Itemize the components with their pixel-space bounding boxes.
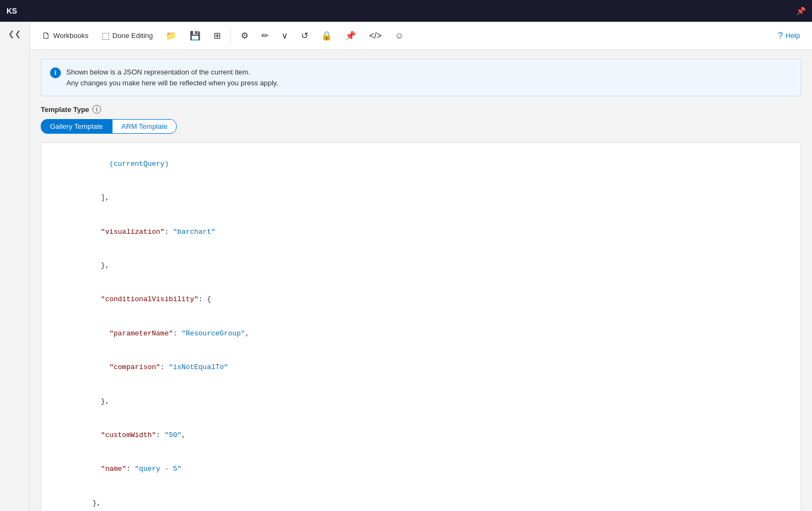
edit-button[interactable]: ✏: [256, 27, 274, 44]
template-tabs: Gallery Template ARM Template: [41, 119, 801, 134]
grid-icon: ⊞: [214, 30, 221, 41]
info-icon: i: [50, 67, 61, 78]
folder-icon: 📁: [166, 30, 177, 41]
info-text: Shown below is a JSON representation of …: [66, 67, 278, 88]
emoji-icon: ☺: [395, 31, 403, 41]
code-button[interactable]: </>: [364, 28, 387, 44]
code-line-2: ],: [50, 181, 792, 215]
shield-button[interactable]: 🔒: [316, 27, 338, 44]
template-type-info-icon[interactable]: i: [92, 105, 101, 114]
code-line-7: "comparison": "isNotEqualTo": [50, 351, 792, 384]
shield-icon: 🔒: [321, 30, 332, 41]
code-content[interactable]: (currentQuery) ], "visualization": "barc…: [41, 143, 801, 511]
code-line-3: "visualization": "barchart": [50, 215, 792, 249]
top-bar: KS 📌: [0, 0, 812, 22]
json-editor[interactable]: (currentQuery) ], "visualization": "barc…: [41, 142, 801, 511]
code-line-4: },: [50, 249, 792, 283]
code-line-6: "parameterName": "ResourceGroup",: [50, 317, 792, 351]
info-line2: Any changes you make here will be reflec…: [66, 78, 278, 89]
emoji-button[interactable]: ☺: [389, 28, 409, 44]
workbooks-label: Workbooks: [53, 32, 89, 40]
settings-icon: ⚙: [241, 30, 248, 41]
toolbar: 🗋 Workbooks ⬚ Done Editing 📁 💾 ⊞ ⚙ ✏ ∨ ↺: [30, 22, 812, 50]
help-button[interactable]: ? Help: [772, 28, 805, 44]
app-logo: KS: [7, 7, 17, 15]
collapse-button[interactable]: ❮❮: [5, 26, 24, 41]
info-line1: Shown below is a JSON representation of …: [66, 67, 278, 78]
pin-icon[interactable]: 📌: [796, 7, 805, 15]
done-editing-button[interactable]: ⬚ Done Editing: [96, 27, 158, 44]
save-icon: 💾: [190, 30, 201, 41]
gallery-template-tab[interactable]: Gallery Template: [41, 119, 112, 134]
done-editing-icon: ⬚: [102, 30, 110, 41]
code-line-8: },: [50, 385, 792, 419]
done-editing-label: Done Editing: [113, 32, 153, 40]
workbooks-button[interactable]: 🗋 Workbooks: [36, 28, 94, 44]
refresh-icon: ↺: [301, 30, 308, 41]
info-banner: i Shown below is a JSON representation o…: [41, 59, 801, 96]
editor-line-area: (currentQuery) ], "visualization": "barc…: [41, 143, 801, 511]
pin-icon: 📌: [345, 30, 356, 41]
left-panel: ❮❮: [0, 22, 30, 511]
settings-button[interactable]: ⚙: [235, 27, 254, 44]
refresh-button[interactable]: ↺: [296, 27, 314, 44]
code-icon: </>: [369, 31, 382, 41]
chevron-button[interactable]: ∨: [276, 27, 293, 44]
main-content: 🗋 Workbooks ⬚ Done Editing 📁 💾 ⊞ ⚙ ✏ ∨ ↺: [30, 22, 812, 511]
code-line-10: "name": "query - 5": [50, 453, 792, 487]
code-line-9: "customWidth": "50",: [50, 419, 792, 452]
toolbar-divider-1: [230, 28, 231, 43]
arm-template-tab[interactable]: ARM Template: [112, 119, 177, 134]
code-line-11: },: [50, 487, 792, 511]
chevron-down-icon: ∨: [282, 30, 288, 41]
code-line-5: "conditionalVisibility": {: [50, 283, 792, 317]
grid-button[interactable]: ⊞: [208, 27, 226, 44]
template-type-section: Template Type i Gallery Template ARM Tem…: [41, 105, 801, 134]
template-type-label: Template Type i: [41, 105, 801, 114]
workbooks-icon: 🗋: [42, 31, 51, 41]
code-line-1: (currentQuery): [50, 147, 792, 181]
folder-button[interactable]: 📁: [160, 27, 182, 44]
pin-button[interactable]: 📌: [340, 27, 361, 44]
save-button[interactable]: 💾: [184, 27, 206, 44]
help-label: Help: [785, 32, 800, 40]
edit-icon: ✏: [261, 30, 268, 41]
help-icon: ?: [778, 31, 783, 41]
